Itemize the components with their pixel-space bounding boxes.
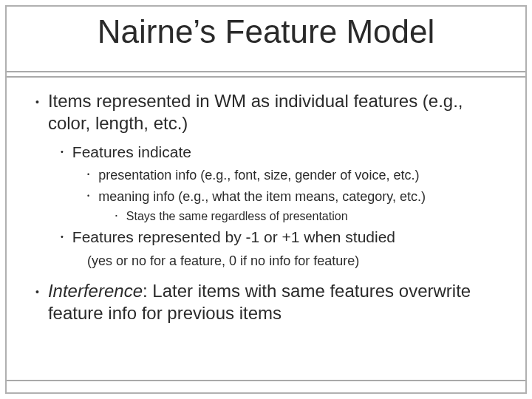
bullet-dot-icon: • xyxy=(87,193,89,200)
bullet-level4: • Stays the same regardless of presentat… xyxy=(115,208,502,225)
bullet-level3: • presentation info (e.g., font, size, g… xyxy=(87,166,502,184)
slide: Nairne’s Feature Model • Items represent… xyxy=(0,0,532,399)
emphasis-text: Interference xyxy=(48,281,143,301)
bullet-text: Interference: Later items with same feat… xyxy=(48,280,502,324)
bullet-level3: • meaning info (e.g., what the item mean… xyxy=(87,188,502,205)
bullet-text: presentation info (e.g., font, size, gen… xyxy=(98,166,419,184)
bullet-level1: • Interference: Later items with same fe… xyxy=(35,280,502,324)
bullet-text: Features indicate xyxy=(72,142,191,162)
bullet-dot-icon: • xyxy=(61,233,64,241)
slide-body: • Items represented in WM as individual … xyxy=(35,90,502,332)
bullet-level2: • Features indicate xyxy=(61,142,502,162)
bullet-text: Stays the same regardless of presentatio… xyxy=(126,208,348,225)
title-divider xyxy=(7,71,525,78)
spacer xyxy=(35,273,502,280)
bullet-level2: • Features represented by -1 or +1 when … xyxy=(61,227,502,247)
bullet-level1: • Items represented in WM as individual … xyxy=(35,90,502,134)
bullet-dot-icon: • xyxy=(35,287,39,297)
footer-divider xyxy=(7,380,525,381)
bullet-text: Items represented in WM as individual fe… xyxy=(48,90,502,134)
bullet-dot-icon: • xyxy=(35,97,39,107)
slide-title: Nairne’s Feature Model xyxy=(0,13,532,50)
bullet-dot-icon: • xyxy=(115,213,117,219)
bullet-dot-icon: • xyxy=(61,148,64,156)
bullet-dot-icon: • xyxy=(87,171,89,178)
bullet-text: Features represented by -1 or +1 when st… xyxy=(72,227,395,247)
bullet-subnote: (yes or no for a feature, 0 if no info f… xyxy=(87,252,502,270)
bullet-text: meaning info (e.g., what the item means,… xyxy=(98,188,426,205)
